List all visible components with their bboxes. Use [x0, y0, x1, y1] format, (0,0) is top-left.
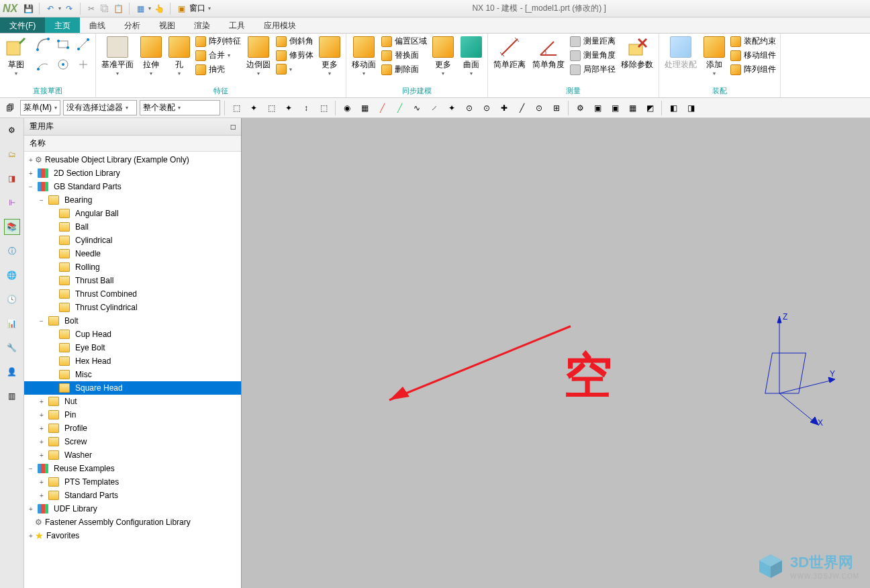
point-icon[interactable]	[74, 55, 93, 74]
tree-item[interactable]: Cup Head	[24, 328, 241, 341]
toolbutton[interactable]: ⊙	[462, 101, 477, 115]
tree-item[interactable]: Thrust Combined	[24, 287, 241, 301]
tools-tab[interactable]: 工具	[220, 17, 254, 33]
array-comp-button[interactable]: 阵列组件	[729, 63, 777, 76]
system-icon[interactable]: 🔧	[4, 340, 20, 356]
properties-icon[interactable]: ▦	[135, 3, 146, 14]
tree-toggle-icon[interactable]: +	[27, 156, 35, 164]
tree-item[interactable]: Ball	[24, 220, 241, 234]
toolbutton[interactable]: ⊙	[532, 101, 546, 115]
edge-blend-button[interactable]: 边倒圆▾	[244, 35, 273, 78]
dropdown-icon[interactable]: ▾	[362, 70, 365, 77]
tree-toggle-icon[interactable]: +	[38, 452, 46, 459]
toolbutton[interactable]: ╱	[375, 101, 389, 115]
chamfer-button[interactable]: 倒斜角	[275, 35, 315, 48]
toolbutton[interactable]: ⚙	[573, 101, 587, 115]
tree-toggle-icon[interactable]: +	[38, 398, 46, 405]
tree-toggle-icon[interactable]: −	[38, 317, 46, 325]
move-comp-button[interactable]: 移动组件	[729, 49, 777, 62]
dropdown-icon[interactable]: ▾	[328, 70, 331, 77]
tree-toggle-icon[interactable]: +	[38, 438, 46, 446]
shell-button[interactable]: 抽壳	[194, 63, 242, 76]
panel-maximize-icon[interactable]: □	[231, 122, 236, 132]
extrude-button[interactable]: 拉伸▾	[138, 35, 164, 78]
history-icon[interactable]: 🕓	[4, 291, 20, 307]
view-tab[interactable]: 视图	[150, 17, 185, 33]
tree-item[interactable]: +UDF Library	[24, 502, 241, 516]
save-icon[interactable]: 💾	[23, 3, 34, 14]
toolbutton[interactable]: ◉	[340, 101, 354, 115]
toolbutton[interactable]: ╱	[514, 101, 529, 115]
tree-item[interactable]: Rolling	[24, 260, 241, 274]
circle-icon[interactable]	[54, 55, 72, 74]
tree-item[interactable]: +2D Section Library	[24, 166, 241, 180]
profile-icon[interactable]	[34, 35, 52, 54]
home-tab[interactable]: 主页	[45, 17, 80, 33]
tree-item[interactable]: +Washer	[24, 448, 241, 462]
dropdown-icon[interactable]: ▾	[228, 52, 230, 58]
touch-icon[interactable]: 👆	[154, 3, 164, 14]
toolbutton[interactable]: ✦	[281, 101, 296, 115]
copy-icon[interactable]: ⿻	[99, 3, 110, 14]
toolbutton[interactable]: ⬚	[229, 101, 244, 115]
dropdown-icon[interactable]: ▾	[178, 70, 181, 77]
tree-item[interactable]: Hex Head	[24, 354, 241, 368]
menu-dropdown-icon[interactable]: 🗐	[3, 101, 17, 115]
tree-item[interactable]: Misc	[24, 368, 241, 381]
draft-button[interactable]: ▾	[275, 63, 315, 75]
tree-item[interactable]: +Pin	[24, 408, 241, 422]
tree-toggle-icon[interactable]: +	[38, 411, 46, 419]
tree-item[interactable]: −Bearing	[24, 193, 241, 207]
tree-item[interactable]: −Bolt	[24, 314, 241, 328]
pattern-button[interactable]: 阵列特征	[194, 35, 242, 48]
dropdown-icon[interactable]: ▾	[116, 70, 119, 77]
toolbutton[interactable]: ▣	[608, 101, 622, 115]
surface-button[interactable]: 曲面▾	[458, 35, 485, 78]
toolbutton[interactable]: ↕	[299, 101, 313, 115]
window-label[interactable]: 窗口	[189, 3, 205, 14]
line-icon[interactable]	[74, 35, 93, 54]
simple-dist-button[interactable]: 简单距离	[491, 35, 528, 72]
dropdown-icon[interactable]: ▾	[150, 70, 152, 77]
toolbutton[interactable]: ▣	[590, 101, 605, 115]
curve-tab[interactable]: 曲线	[80, 17, 115, 33]
undo-dropdown-icon[interactable]: ▾	[58, 5, 61, 11]
window-icon[interactable]: ▣	[176, 3, 187, 14]
trim-body-button[interactable]: 修剪体	[275, 49, 315, 62]
tree-item[interactable]: −Reuse Examples	[24, 462, 241, 475]
arc-icon[interactable]	[34, 55, 52, 74]
hole-button[interactable]: 孔▾	[166, 35, 193, 78]
hd3d-icon[interactable]: ⓘ	[4, 243, 20, 259]
more-feature-button[interactable]: 更多▾	[316, 35, 343, 78]
toolbutton[interactable]: ⊙	[479, 101, 494, 115]
dropdown-icon[interactable]: ▾	[257, 70, 260, 77]
tree-item[interactable]: +PTS Templates	[24, 475, 241, 489]
reuse-library-icon[interactable]: 📚	[4, 219, 20, 235]
toolbutton[interactable]: ◩	[642, 101, 657, 115]
settings-icon[interactable]: ⚙	[4, 122, 20, 138]
tree-item[interactable]: Square Head	[24, 381, 241, 395]
replace-face-button[interactable]: 替换面	[380, 49, 428, 62]
toolbutton[interactable]: ⬚	[316, 101, 331, 115]
toolbutton[interactable]: ◧	[666, 101, 681, 115]
toolbutton[interactable]: ∿	[409, 101, 424, 115]
sketch-button[interactable]: 草图 ▾	[3, 35, 30, 78]
tree-item[interactable]: +Nut	[24, 395, 241, 408]
unite-button[interactable]: 合并▾	[194, 49, 242, 62]
dropdown-icon[interactable]: ▾	[148, 5, 151, 11]
tree-item[interactable]: +Standard Parts	[24, 489, 241, 502]
toolbutton[interactable]: ▦	[625, 101, 640, 115]
delete-face-button[interactable]: 删除面	[380, 63, 428, 76]
tree-item[interactable]: +⚙Reusable Object Library (Example Only)	[24, 153, 241, 166]
toolbutton[interactable]: ◨	[683, 101, 698, 115]
redo-icon[interactable]: ↷	[64, 3, 75, 14]
asm-const-button[interactable]: 装配约束	[729, 35, 777, 48]
browser-icon[interactable]: 🌐	[4, 267, 20, 283]
roles-icon[interactable]: 👤	[4, 364, 20, 380]
undo-icon[interactable]: ↶	[45, 3, 56, 14]
assembly-navigator-icon[interactable]: ◨	[4, 170, 20, 187]
tree-item[interactable]: Thrust Ball	[24, 274, 241, 287]
part-navigator-icon[interactable]: 🗂	[4, 146, 20, 162]
delete-param-button[interactable]: 移除参数	[618, 35, 656, 72]
toolbutton[interactable]: ✦	[246, 101, 261, 115]
